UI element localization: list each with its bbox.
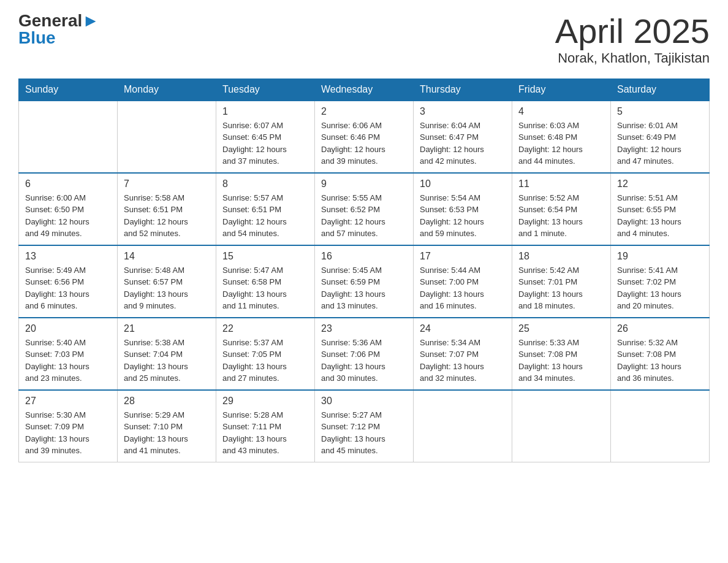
weekday-header-wednesday: Wednesday (315, 79, 414, 101)
day-number: 27 (25, 396, 111, 407)
calendar-cell: 6Sunrise: 6:00 AM Sunset: 6:50 PM Daylig… (19, 173, 118, 245)
day-number: 10 (420, 178, 506, 190)
day-number: 6 (25, 178, 111, 190)
day-number: 3 (420, 106, 506, 117)
title-block: April 2025 Norak, Khatlon, Tajikistan (555, 12, 710, 66)
calendar-cell: 9Sunrise: 5:55 AM Sunset: 6:52 PM Daylig… (315, 173, 414, 245)
calendar-week-3: 13Sunrise: 5:49 AM Sunset: 6:56 PM Dayli… (19, 245, 710, 318)
day-info: Sunrise: 5:29 AM Sunset: 7:10 PM Dayligh… (124, 409, 210, 457)
day-number: 1 (222, 106, 308, 117)
calendar-cell: 1Sunrise: 6:07 AM Sunset: 6:45 PM Daylig… (216, 101, 315, 173)
day-info: Sunrise: 5:32 AM Sunset: 7:08 PM Dayligh… (617, 337, 703, 385)
day-number: 30 (321, 396, 407, 407)
calendar-cell: 24Sunrise: 5:34 AM Sunset: 7:07 PM Dayli… (414, 318, 512, 390)
day-info: Sunrise: 5:44 AM Sunset: 7:00 PM Dayligh… (420, 264, 506, 312)
calendar-cell: 15Sunrise: 5:47 AM Sunset: 6:58 PM Dayli… (216, 245, 315, 318)
day-number: 8 (222, 178, 308, 190)
weekday-header-monday: Monday (118, 79, 216, 101)
calendar-cell: 21Sunrise: 5:38 AM Sunset: 7:04 PM Dayli… (118, 318, 216, 390)
day-number: 13 (25, 251, 111, 262)
calendar-cell: 27Sunrise: 5:30 AM Sunset: 7:09 PM Dayli… (19, 390, 118, 462)
day-number: 29 (222, 396, 308, 407)
day-info: Sunrise: 5:37 AM Sunset: 7:05 PM Dayligh… (222, 337, 308, 385)
calendar-cell: 2Sunrise: 6:06 AM Sunset: 6:46 PM Daylig… (315, 101, 414, 173)
calendar-cell: 30Sunrise: 5:27 AM Sunset: 7:12 PM Dayli… (315, 390, 414, 462)
day-info: Sunrise: 5:49 AM Sunset: 6:56 PM Dayligh… (25, 264, 111, 312)
logo: General► Blue (18, 12, 99, 47)
calendar-cell: 26Sunrise: 5:32 AM Sunset: 7:08 PM Dayli… (611, 318, 710, 390)
day-number: 17 (420, 251, 506, 262)
calendar-cell: 3Sunrise: 6:04 AM Sunset: 6:47 PM Daylig… (414, 101, 512, 173)
calendar-cell (414, 390, 512, 462)
day-number: 15 (222, 251, 308, 262)
day-info: Sunrise: 6:06 AM Sunset: 6:46 PM Dayligh… (321, 120, 407, 167)
day-info: Sunrise: 5:52 AM Sunset: 6:54 PM Dayligh… (518, 192, 604, 240)
day-info: Sunrise: 5:51 AM Sunset: 6:55 PM Dayligh… (617, 192, 703, 240)
calendar-week-5: 27Sunrise: 5:30 AM Sunset: 7:09 PM Dayli… (19, 390, 710, 462)
day-info: Sunrise: 5:58 AM Sunset: 6:51 PM Dayligh… (124, 192, 210, 240)
day-info: Sunrise: 5:33 AM Sunset: 7:08 PM Dayligh… (518, 337, 604, 385)
calendar-cell (19, 101, 118, 173)
day-info: Sunrise: 6:04 AM Sunset: 6:47 PM Dayligh… (420, 120, 506, 167)
calendar-cell: 29Sunrise: 5:28 AM Sunset: 7:11 PM Dayli… (216, 390, 315, 462)
logo-line1: General► (18, 12, 99, 29)
day-number: 11 (518, 178, 604, 190)
day-number: 23 (321, 323, 407, 334)
weekday-header-saturday: Saturday (611, 79, 710, 101)
day-info: Sunrise: 5:55 AM Sunset: 6:52 PM Dayligh… (321, 192, 407, 240)
day-number: 12 (617, 178, 703, 190)
calendar-cell: 25Sunrise: 5:33 AM Sunset: 7:08 PM Dayli… (512, 318, 611, 390)
calendar-week-2: 6Sunrise: 6:00 AM Sunset: 6:50 PM Daylig… (19, 173, 710, 245)
calendar-cell: 8Sunrise: 5:57 AM Sunset: 6:51 PM Daylig… (216, 173, 315, 245)
day-number: 25 (518, 323, 604, 334)
calendar-cell: 20Sunrise: 5:40 AM Sunset: 7:03 PM Dayli… (19, 318, 118, 390)
day-info: Sunrise: 6:03 AM Sunset: 6:48 PM Dayligh… (518, 120, 604, 167)
day-info: Sunrise: 5:41 AM Sunset: 7:02 PM Dayligh… (617, 264, 703, 312)
day-number: 28 (124, 396, 210, 407)
calendar-cell: 18Sunrise: 5:42 AM Sunset: 7:01 PM Dayli… (512, 245, 611, 318)
day-info: Sunrise: 5:27 AM Sunset: 7:12 PM Dayligh… (321, 409, 407, 457)
weekday-header-row: SundayMondayTuesdayWednesdayThursdayFrid… (19, 79, 710, 101)
weekday-header-friday: Friday (512, 79, 611, 101)
day-info: Sunrise: 5:38 AM Sunset: 7:04 PM Dayligh… (124, 337, 210, 385)
calendar-cell: 7Sunrise: 5:58 AM Sunset: 6:51 PM Daylig… (118, 173, 216, 245)
day-info: Sunrise: 5:57 AM Sunset: 6:51 PM Dayligh… (222, 192, 308, 240)
day-info: Sunrise: 5:30 AM Sunset: 7:09 PM Dayligh… (25, 409, 111, 457)
logo-arrow: ► (82, 11, 99, 30)
day-number: 26 (617, 323, 703, 334)
calendar-cell: 5Sunrise: 6:01 AM Sunset: 6:49 PM Daylig… (611, 101, 710, 173)
month-title: April 2025 (555, 12, 710, 50)
calendar-cell: 13Sunrise: 5:49 AM Sunset: 6:56 PM Dayli… (19, 245, 118, 318)
calendar-cell: 14Sunrise: 5:48 AM Sunset: 6:57 PM Dayli… (118, 245, 216, 318)
calendar-cell: 28Sunrise: 5:29 AM Sunset: 7:10 PM Dayli… (118, 390, 216, 462)
page-header: General► Blue April 2025 Norak, Khatlon,… (18, 12, 710, 66)
day-info: Sunrise: 6:01 AM Sunset: 6:49 PM Dayligh… (617, 120, 703, 167)
calendar-cell (118, 101, 216, 173)
day-number: 16 (321, 251, 407, 262)
day-number: 18 (518, 251, 604, 262)
day-info: Sunrise: 5:40 AM Sunset: 7:03 PM Dayligh… (25, 337, 111, 385)
calendar-week-1: 1Sunrise: 6:07 AM Sunset: 6:45 PM Daylig… (19, 101, 710, 173)
day-number: 20 (25, 323, 111, 334)
weekday-header-sunday: Sunday (19, 79, 118, 101)
day-info: Sunrise: 5:54 AM Sunset: 6:53 PM Dayligh… (420, 192, 506, 240)
calendar-cell: 23Sunrise: 5:36 AM Sunset: 7:06 PM Dayli… (315, 318, 414, 390)
calendar-table: SundayMondayTuesdayWednesdayThursdayFrid… (18, 79, 710, 462)
day-number: 9 (321, 178, 407, 190)
day-number: 19 (617, 251, 703, 262)
calendar-cell (512, 390, 611, 462)
day-info: Sunrise: 5:28 AM Sunset: 7:11 PM Dayligh… (222, 409, 308, 457)
calendar-cell: 22Sunrise: 5:37 AM Sunset: 7:05 PM Dayli… (216, 318, 315, 390)
day-info: Sunrise: 6:07 AM Sunset: 6:45 PM Dayligh… (222, 120, 308, 167)
day-number: 4 (518, 106, 604, 117)
day-info: Sunrise: 6:00 AM Sunset: 6:50 PM Dayligh… (25, 192, 111, 240)
day-number: 21 (124, 323, 210, 334)
calendar-cell: 4Sunrise: 6:03 AM Sunset: 6:48 PM Daylig… (512, 101, 611, 173)
day-info: Sunrise: 5:36 AM Sunset: 7:06 PM Dayligh… (321, 337, 407, 385)
day-info: Sunrise: 5:42 AM Sunset: 7:01 PM Dayligh… (518, 264, 604, 312)
day-info: Sunrise: 5:34 AM Sunset: 7:07 PM Dayligh… (420, 337, 506, 385)
location-title: Norak, Khatlon, Tajikistan (555, 50, 710, 66)
logo-line2: Blue (18, 29, 56, 47)
calendar-week-4: 20Sunrise: 5:40 AM Sunset: 7:03 PM Dayli… (19, 318, 710, 390)
calendar-cell: 17Sunrise: 5:44 AM Sunset: 7:00 PM Dayli… (414, 245, 512, 318)
